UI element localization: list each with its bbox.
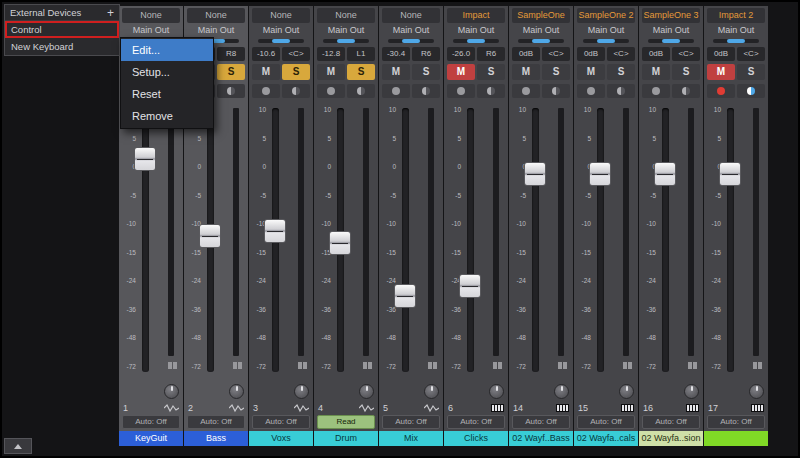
- automation-mode[interactable]: Auto: Off: [252, 415, 310, 429]
- record-arm-button[interactable]: [447, 84, 475, 98]
- output-select[interactable]: Main Out: [704, 24, 768, 37]
- channel-name[interactable]: [704, 431, 768, 446]
- channel-name[interactable]: 02 Wayfa..cals: [574, 431, 638, 446]
- solo-button[interactable]: S: [477, 64, 505, 80]
- automation-mode[interactable]: Auto: Off: [577, 415, 635, 429]
- cue-pan-knob[interactable]: [424, 384, 439, 399]
- pan-slider[interactable]: [639, 37, 703, 46]
- volume-readout[interactable]: -10.6: [252, 47, 280, 61]
- cue-pan-knob[interactable]: [359, 384, 374, 399]
- fader-track[interactable]: [402, 108, 409, 372]
- insert-slot[interactable]: None: [252, 8, 310, 23]
- channel-name[interactable]: Bass: [184, 431, 248, 446]
- mute-button[interactable]: M: [577, 64, 605, 80]
- fader-handle[interactable]: [394, 284, 416, 308]
- fader-handle[interactable]: [199, 224, 221, 248]
- solo-button[interactable]: S: [217, 64, 245, 80]
- output-select[interactable]: Main Out: [509, 24, 573, 37]
- pan-readout[interactable]: <C>: [737, 47, 765, 61]
- cue-pan-knob[interactable]: [749, 384, 764, 399]
- monitor-button[interactable]: [542, 84, 570, 98]
- solo-button[interactable]: S: [347, 64, 375, 80]
- output-select[interactable]: Main Out: [314, 24, 378, 37]
- record-arm-button[interactable]: [252, 84, 280, 98]
- insert-slot[interactable]: Impact 2: [707, 8, 765, 23]
- mute-button[interactable]: M: [512, 64, 540, 80]
- pan-slider[interactable]: [574, 37, 638, 46]
- fader-track[interactable]: [662, 108, 669, 372]
- volume-readout[interactable]: 0dB: [512, 47, 540, 61]
- pan-slider[interactable]: [509, 37, 573, 46]
- pan-readout[interactable]: R6: [412, 47, 440, 61]
- output-select[interactable]: Main Out: [379, 24, 443, 37]
- automation-mode[interactable]: Auto: Off: [707, 415, 765, 429]
- insert-slot[interactable]: Impact: [447, 8, 505, 23]
- output-select[interactable]: Main Out: [119, 24, 183, 37]
- automation-mode[interactable]: Auto: Off: [512, 415, 570, 429]
- pan-readout[interactable]: <C>: [282, 47, 310, 61]
- volume-readout[interactable]: -30.4: [382, 47, 410, 61]
- channel-name[interactable]: Clicks: [444, 431, 508, 446]
- solo-button[interactable]: S: [412, 64, 440, 80]
- fader-handle[interactable]: [264, 219, 286, 243]
- pan-readout[interactable]: <C>: [672, 47, 700, 61]
- solo-button[interactable]: S: [282, 64, 310, 80]
- solo-button[interactable]: S: [607, 64, 635, 80]
- automation-mode[interactable]: Auto: Off: [447, 415, 505, 429]
- menu-item-reset[interactable]: Reset: [121, 83, 213, 105]
- fader-handle[interactable]: [329, 231, 351, 255]
- pan-readout[interactable]: R6: [477, 47, 505, 61]
- channel-name[interactable]: Mix: [379, 431, 443, 446]
- mute-button[interactable]: M: [382, 64, 410, 80]
- monitor-button[interactable]: [282, 84, 310, 98]
- channel-name[interactable]: 02 Wayf..Bass: [509, 431, 573, 446]
- fader-handle[interactable]: [134, 147, 156, 171]
- channel-name[interactable]: Drum: [314, 431, 378, 446]
- fader-handle[interactable]: [654, 162, 676, 186]
- pan-readout[interactable]: <C>: [607, 47, 635, 61]
- fader-handle[interactable]: [589, 162, 611, 186]
- record-arm-button[interactable]: [512, 84, 540, 98]
- cue-pan-knob[interactable]: [554, 384, 569, 399]
- cue-pan-knob[interactable]: [619, 384, 634, 399]
- solo-button[interactable]: S: [737, 64, 765, 80]
- menu-item-remove[interactable]: Remove: [121, 105, 213, 127]
- cue-pan-knob[interactable]: [294, 384, 309, 399]
- output-select[interactable]: Main Out: [574, 24, 638, 37]
- solo-button[interactable]: S: [672, 64, 700, 80]
- monitor-button[interactable]: [217, 84, 245, 98]
- volume-readout[interactable]: 0dB: [707, 47, 735, 61]
- volume-readout[interactable]: 0dB: [577, 47, 605, 61]
- fader-handle[interactable]: [524, 162, 546, 186]
- channel-name[interactable]: 02 Wayfa..sion: [639, 431, 703, 446]
- volume-readout[interactable]: -26.0: [447, 47, 475, 61]
- output-select[interactable]: Main Out: [444, 24, 508, 37]
- pan-slider[interactable]: [314, 37, 378, 46]
- menu-item-edit[interactable]: Edit...: [121, 39, 213, 61]
- insert-slot[interactable]: None: [317, 8, 375, 23]
- pan-slider[interactable]: [249, 37, 313, 46]
- monitor-button[interactable]: [672, 84, 700, 98]
- monitor-button[interactable]: [412, 84, 440, 98]
- mute-button[interactable]: M: [707, 64, 735, 80]
- insert-slot[interactable]: SampleOne 3: [642, 8, 700, 23]
- pan-readout[interactable]: <C>: [542, 47, 570, 61]
- automation-mode[interactable]: Auto: Off: [382, 415, 440, 429]
- pan-readout[interactable]: L1: [347, 47, 375, 61]
- fader-track[interactable]: [597, 108, 604, 372]
- menu-item-setup[interactable]: Setup...: [121, 61, 213, 83]
- monitor-button[interactable]: [607, 84, 635, 98]
- fader-track[interactable]: [467, 108, 474, 372]
- output-select[interactable]: Main Out: [249, 24, 313, 37]
- add-device-button[interactable]: +: [107, 8, 114, 18]
- insert-slot[interactable]: None: [382, 8, 440, 23]
- pan-slider[interactable]: [379, 37, 443, 46]
- cue-pan-knob[interactable]: [164, 384, 179, 399]
- device-item-control[interactable]: Control: [5, 21, 119, 38]
- monitor-button[interactable]: [347, 84, 375, 98]
- panel-expand-button[interactable]: [4, 438, 32, 454]
- automation-mode[interactable]: Auto: Off: [187, 415, 245, 429]
- insert-slot[interactable]: None: [187, 8, 245, 23]
- fader-track[interactable]: [532, 108, 539, 372]
- fader-handle[interactable]: [459, 274, 481, 298]
